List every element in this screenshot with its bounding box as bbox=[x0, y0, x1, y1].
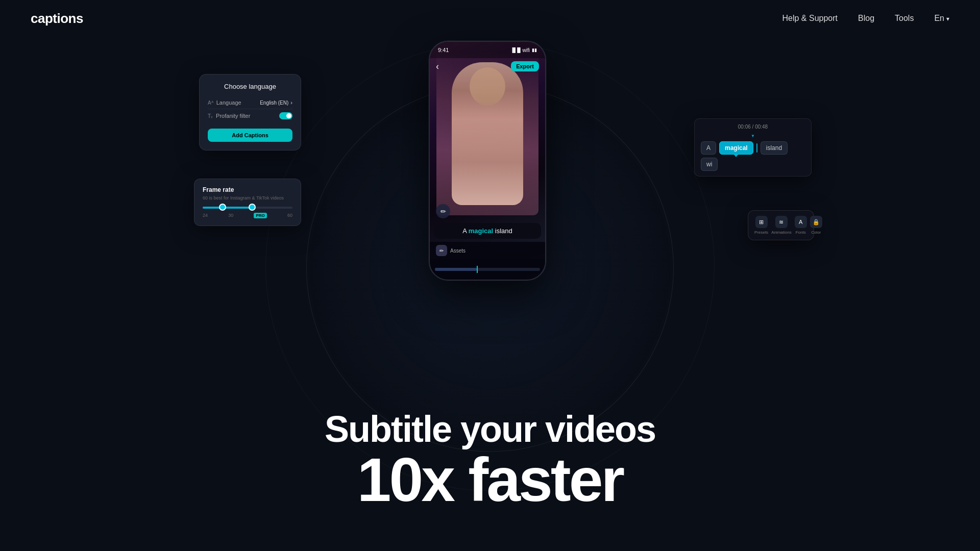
wifi-icon: wifi bbox=[523, 47, 530, 53]
tool-color[interactable]: 🔒 Color bbox=[810, 216, 822, 235]
subtitle-prefix: A bbox=[462, 227, 469, 235]
timeline-time: 00:06 / 00:48 bbox=[701, 124, 805, 130]
add-captions-button[interactable]: Add Captions bbox=[208, 129, 292, 142]
chevron-down-icon bbox=[946, 14, 949, 23]
timeline-arrow-down-icon: ▼ bbox=[751, 134, 755, 138]
hero-line1: Subtitle your videos bbox=[0, 410, 980, 449]
animations-label: Animations bbox=[771, 230, 792, 235]
phone-subtitle-text: A magical island bbox=[440, 227, 535, 235]
navbar: captions Help & Support Blog Tools En bbox=[0, 0, 980, 37]
presets-icon: ⊞ bbox=[755, 216, 768, 228]
tools-grid: ⊞ Presets ≋ Animations A Fonts 🔒 Color bbox=[754, 216, 807, 235]
edit-icon[interactable]: ✏ bbox=[436, 204, 450, 218]
framerate-val-30: 30 bbox=[228, 213, 233, 218]
phone-frame: 9:41 ▐▌█ wifi ▮▮ Export ‹ ✏ A magical is… bbox=[429, 41, 546, 281]
tool-fonts[interactable]: A Fonts bbox=[795, 216, 807, 235]
signal-icon: ▐▌█ bbox=[510, 47, 520, 53]
assets-label[interactable]: Assets bbox=[450, 248, 465, 254]
framerate-slider[interactable] bbox=[203, 207, 292, 209]
language-label-row: Aᴬ Language bbox=[208, 99, 241, 106]
nav-tools[interactable]: Tools bbox=[895, 14, 914, 23]
presets-label: Presets bbox=[754, 230, 768, 235]
phone-subtitle-bar: A magical island bbox=[434, 223, 541, 239]
hero-section: Subtitle your videos 10x faster bbox=[0, 410, 980, 510]
framerate-pro-badge: PRO bbox=[254, 213, 266, 218]
framerate-val-60: 60 bbox=[287, 213, 292, 218]
profanity-row: Tᵧ Profanity filter bbox=[208, 109, 292, 122]
phone-statusbar: 9:41 ▐▌█ wifi ▮▮ bbox=[430, 42, 545, 58]
person-silhouette bbox=[452, 62, 523, 205]
framerate-title: Frame rate bbox=[203, 186, 292, 193]
nav-links: Help & Support Blog Tools En bbox=[782, 14, 949, 23]
phone-mockup: 9:41 ▐▌█ wifi ▮▮ Export ‹ ✏ A magical is… bbox=[429, 41, 551, 281]
framerate-subtitle: 60 is best for Instagram & TikTok videos bbox=[203, 195, 292, 201]
phone-assets-bar: ✏ Assets bbox=[430, 242, 545, 259]
profanity-field-label: Profanity filter bbox=[216, 113, 250, 119]
nav-help-support[interactable]: Help & Support bbox=[782, 14, 838, 23]
phone-status-icons: ▐▌█ wifi ▮▮ bbox=[510, 47, 537, 53]
language-label: En bbox=[934, 14, 944, 23]
timeline-bar[interactable] bbox=[435, 268, 540, 271]
tool-animations[interactable]: ≋ Animations bbox=[771, 216, 792, 235]
framerate-thumb-right[interactable] bbox=[249, 204, 256, 211]
back-button[interactable]: ‹ bbox=[436, 61, 439, 72]
word-chip-a[interactable]: A bbox=[701, 141, 716, 155]
phone-time: 9:41 bbox=[438, 47, 449, 53]
nav-blog[interactable]: Blog bbox=[858, 14, 874, 23]
profanity-toggle[interactable] bbox=[279, 112, 292, 119]
timeline-cursor bbox=[477, 266, 478, 273]
animations-icon: ≋ bbox=[775, 216, 788, 228]
word-chip-wi[interactable]: wi bbox=[701, 158, 718, 171]
profanity-label-row: Tᵧ Profanity filter bbox=[208, 113, 250, 119]
caption-tools-panel: ⊞ Presets ≋ Animations A Fonts 🔒 Color bbox=[748, 210, 814, 240]
subtitle-highlight: magical bbox=[469, 227, 493, 235]
language-panel-title: Choose language bbox=[208, 83, 292, 90]
language-field-label: Language bbox=[216, 99, 241, 106]
fonts-label: Fonts bbox=[796, 230, 806, 235]
language-selector[interactable]: En bbox=[934, 14, 949, 23]
framerate-fill bbox=[203, 207, 252, 209]
hero-line2: 10x faster bbox=[0, 449, 980, 510]
word-timeline-panel: 00:06 / 00:48 ▼ A magical island wi bbox=[694, 118, 812, 177]
assets-icon: ✏ bbox=[436, 245, 447, 256]
language-icon: Aᴬ bbox=[208, 100, 213, 106]
export-button[interactable]: Export bbox=[511, 61, 539, 71]
language-selected: English (EN) bbox=[260, 100, 288, 106]
battery-icon: ▮▮ bbox=[532, 47, 537, 53]
timeline-progress bbox=[435, 268, 477, 271]
person-head bbox=[470, 67, 505, 106]
color-icon: 🔒 bbox=[810, 216, 822, 228]
subtitle-suffix: island bbox=[493, 227, 512, 235]
language-panel: Choose language Aᴬ Language English (EN)… bbox=[199, 74, 301, 151]
phone-video-person bbox=[436, 52, 538, 215]
phone-timeline bbox=[430, 259, 545, 280]
framerate-thumb-left[interactable] bbox=[219, 204, 226, 211]
fonts-icon: A bbox=[795, 216, 807, 228]
toggle-knob bbox=[286, 113, 291, 118]
word-chip-magical[interactable]: magical bbox=[719, 141, 753, 155]
word-cursor bbox=[756, 143, 757, 153]
color-label: Color bbox=[811, 230, 821, 235]
logo[interactable]: captions bbox=[31, 11, 83, 27]
word-chip-island[interactable]: island bbox=[761, 141, 788, 155]
language-chevron-icon: › bbox=[290, 99, 292, 106]
language-value[interactable]: English (EN) › bbox=[260, 99, 292, 106]
tool-presets[interactable]: ⊞ Presets bbox=[754, 216, 768, 235]
framerate-panel: Frame rate 60 is best for Instagram & Ti… bbox=[194, 179, 301, 226]
profanity-icon: Tᵧ bbox=[208, 113, 213, 119]
framerate-val-24: 24 bbox=[203, 213, 208, 218]
timeline-words: A magical island wi bbox=[701, 141, 805, 171]
language-row: Aᴬ Language English (EN) › bbox=[208, 96, 292, 109]
framerate-labels: 24 30 PRO 60 bbox=[203, 213, 292, 218]
